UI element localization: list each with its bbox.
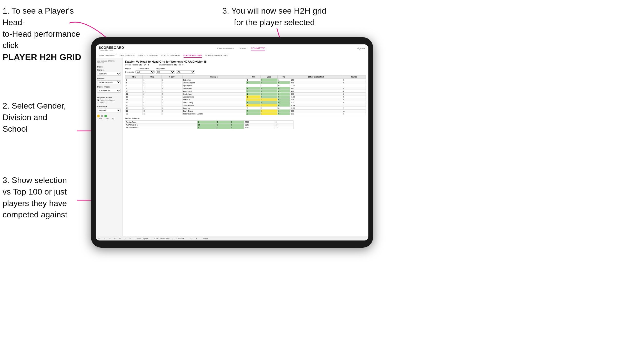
- nav-committee[interactable]: COMMITTEE: [251, 46, 265, 51]
- col-win: Win: [246, 75, 260, 79]
- table-row: 522Alexis Sudjianto1004.003: [125, 81, 366, 84]
- table-row: 1637Jessica Mason120-0.947: [125, 104, 366, 107]
- colour-label: Colour by: [97, 105, 121, 108]
- toolbar-sep5: |: [200, 238, 200, 239]
- conference-filter-group: Conference: [139, 68, 149, 69]
- conference-select[interactable]: (All): [156, 70, 175, 74]
- region-select[interactable]: (All): [135, 70, 155, 74]
- table-row: 633Sydney Kuo010-1.00: [125, 84, 366, 87]
- nav-links: TOURNAMENTS TEAMS COMMITTEE: [216, 46, 265, 51]
- bottom-toolbar: ↩ ← ↪ ⊕ ↺ ↗ ⊙ | View: Original | Save Cu…: [96, 236, 368, 240]
- sub-player-heatmap[interactable]: PLAYER H2H HEATMAP: [205, 53, 228, 58]
- table-row: 1125Heejo Hyun1003.333: [125, 93, 366, 95]
- nav-bar: SCOREBOARD Powered by clippd TOURNAMENTS…: [96, 44, 368, 58]
- table-row: 1822Euna Lee050-5.002: [125, 107, 366, 110]
- radio-opponents-played[interactable]: Opponents Played: [97, 99, 121, 101]
- toolbar-sep4: |: [187, 238, 187, 239]
- nav-tournaments[interactable]: TOURNAMENTS: [216, 46, 234, 51]
- sub-player-h2h[interactable]: PLAYER H2H GRID: [184, 53, 202, 58]
- colour-select[interactable]: Win/loss: [97, 109, 121, 112]
- division-select[interactable]: NCAA Division III: [97, 80, 121, 84]
- ood-table: Foreign Team1004.5002NAIA Division 11500…: [125, 120, 294, 129]
- tablet-frame: SCOREBOARD Powered by clippd TOURNAMENTS…: [91, 37, 373, 248]
- instruction-top-right: 3. You will now see H2H gridfor the play…: [210, 5, 338, 28]
- sidebar-timestamp: Last Updated: 27/03/2024 16:55:38: [97, 60, 121, 64]
- colour-section: Colour by Win/loss Down Level Up: [97, 105, 121, 120]
- player-rank-select[interactable]: 8. Katelyn Vo: [97, 89, 121, 93]
- sub-player-summary[interactable]: PLAYER SUMMARY: [162, 53, 180, 58]
- player-label: Player: [97, 66, 121, 68]
- radio-top100-dot: [97, 102, 99, 103]
- filter-selects-row: Opponents: (All) (All) (All): [125, 70, 366, 74]
- col-conf: # Conf: [162, 75, 182, 79]
- sidebar: Last Updated: 27/03/2024 16:55:38 Player…: [96, 58, 123, 236]
- colour-dots: [97, 115, 121, 117]
- logo: SCOREBOARD Powered by clippd: [99, 46, 124, 51]
- toolbar-back[interactable]: ←: [103, 237, 106, 240]
- toolbar-sep3: |: [172, 238, 173, 239]
- col-rounds: Rounds: [342, 75, 366, 79]
- col-reg: # Reg: [143, 75, 162, 79]
- instruction-top-left: 1. To see a Player's Head- to-Head perfo…: [3, 5, 97, 63]
- region-filter-group: Region: [125, 68, 131, 69]
- toolbar-view-original[interactable]: View: Original: [136, 237, 149, 240]
- opponent-view: Opponent view Opponents Played Top 100: [97, 96, 121, 103]
- out-of-division-label: Out of division: [125, 117, 366, 120]
- ood-table-row: NAIA Division 115009.26730: [125, 123, 294, 126]
- toolbar-redo[interactable]: ↪: [108, 237, 111, 240]
- ood-table-row: Foreign Team1004.5002: [125, 121, 294, 123]
- table-row: 311Esther Lee1011.504: [125, 79, 366, 81]
- sign-out[interactable]: Sign out: [357, 47, 365, 50]
- grid-title: Katelyn Vo Head-to-Head Grid for Women's…: [125, 60, 366, 63]
- division-label: Division: [97, 77, 121, 80]
- toolbar-down[interactable]: ↘: [195, 237, 198, 240]
- gender-select[interactable]: Women's: [97, 72, 121, 76]
- toolbar-share[interactable]: ↗: [124, 237, 127, 240]
- toolbar-save-custom[interactable]: Save Custom View: [154, 237, 170, 240]
- table-row: 1063Andrea York2004.004: [125, 90, 366, 93]
- dot-level: [101, 115, 103, 117]
- toolbar-watch[interactable]: ⊙ Watch ▾: [175, 237, 185, 240]
- main-data-table: # Div # Reg # Conf Opponent Win Loss Tie…: [125, 75, 366, 115]
- col-div: # Div: [125, 75, 143, 79]
- table-row: 1311Jessica Huang100-3.002: [125, 95, 366, 98]
- opponent-view-label: Opponent view: [97, 96, 121, 99]
- instruction-bottom-left: 3. Show selectionvs Top 100 or justplaye…: [3, 175, 90, 220]
- sub-nav: TEAM SUMMARY TEAM H2H GRID TEAM H2H HEAT…: [99, 52, 365, 58]
- dot-down: [97, 115, 100, 117]
- sub-team-heatmap[interactable]: TEAM H2H HEATMAP: [138, 53, 158, 58]
- col-tie: Tie: [278, 75, 290, 79]
- nav-teams[interactable]: TEAMS: [238, 46, 246, 51]
- sub-team-summary[interactable]: TEAM SUMMARY: [99, 53, 115, 58]
- table-row: 1474Eunice Yi2200.389: [125, 98, 366, 101]
- tablet-screen: SCOREBOARD Powered by clippd TOURNAMENTS…: [96, 44, 368, 240]
- opponent-select[interactable]: (All): [176, 70, 195, 74]
- table-row: 1585Stella Cheng1001.254: [125, 101, 366, 104]
- table-row: 19106Emily Chang4100.3011: [125, 110, 366, 112]
- opponent-radio-group: Opponents Played Top 100: [97, 99, 121, 103]
- dot-up: [104, 115, 107, 117]
- toolbar-clock[interactable]: ⊙: [129, 237, 132, 240]
- sub-team-h2h[interactable]: TEAM H2H GRID: [118, 53, 135, 58]
- toolbar-sep2: |: [151, 238, 152, 239]
- grid-area: Katelyn Vo Head-to-Head Grid for Women's…: [123, 58, 368, 236]
- toolbar-refresh[interactable]: ↺: [118, 237, 122, 240]
- radio-top100[interactable]: Top 100: [97, 102, 121, 103]
- grid-records: Overall Record: 353 - 34 - 6 Division Re…: [125, 64, 366, 66]
- colour-labels: Down Level Up: [97, 118, 121, 120]
- toolbar-up[interactable]: ↗: [189, 237, 193, 240]
- instruction-mid-left: 2. Select Gender,Division andSchool: [3, 100, 87, 134]
- opponent-filter-group: Opponent: [156, 68, 165, 69]
- gender-label: Gender: [97, 69, 121, 71]
- toolbar-add[interactable]: ⊕: [113, 237, 116, 240]
- col-opponent: Opponent: [182, 75, 246, 79]
- player-rank-label: Player (Rank): [97, 86, 121, 88]
- table-row: 20117Federica Domecq Lacroze2101.336: [125, 112, 366, 115]
- toolbar-share2[interactable]: Share: [202, 237, 209, 240]
- toolbar-undo[interactable]: ↩: [98, 237, 101, 240]
- toolbar-sep1: |: [134, 238, 134, 239]
- col-diff: Diff Av Strokes/Rnd: [290, 75, 342, 79]
- table-row: 914Sharon Mun1003.673: [125, 87, 366, 90]
- filter-region-row: Region Conference Opponent: [125, 68, 366, 69]
- main-content: Last Updated: 27/03/2024 16:55:38 Player…: [96, 58, 368, 236]
